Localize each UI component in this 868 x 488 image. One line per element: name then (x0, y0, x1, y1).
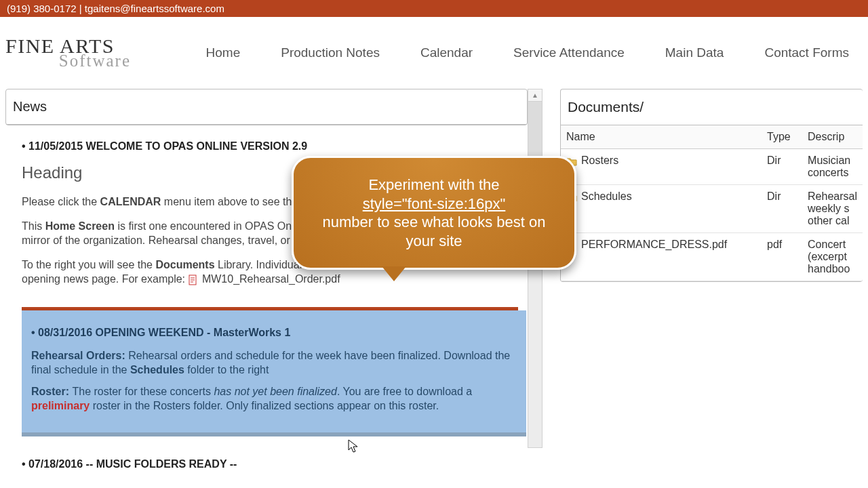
pdf-icon (188, 274, 199, 285)
instruction-tooltip: Experiment with the style="font-size:16p… (292, 156, 576, 270)
nav-production-notes[interactable]: Production Notes (281, 45, 380, 60)
col-description[interactable]: Descrip (802, 125, 863, 149)
nav-calendar[interactable]: Calendar (420, 45, 473, 60)
email-address[interactable]: tgaitens@fineartssoftware.com (85, 3, 224, 14)
nav-service-attendance[interactable]: Service Attendance (513, 45, 625, 60)
documents-column: Documents/ Name Type Descrip Rosters Dir… (560, 89, 863, 479)
documents-header: Documents/ (561, 89, 863, 125)
news-item-title: • 08/31/2016 OPENING WEEKEND - MasterWor… (31, 325, 517, 340)
site-header: FINE ARTS Software Home Production Notes… (0, 17, 868, 89)
col-type[interactable]: Type (762, 125, 802, 149)
table-row[interactable]: Schedules Dir Rehearsal weekly s other c… (561, 185, 863, 233)
pdf-link[interactable]: MW10_Rehearsal_Order.pdf (202, 273, 340, 285)
phone-number: (919) 380-0172 (7, 3, 77, 14)
highlighted-news-item: • 08/31/2016 OPENING WEEKEND - MasterWor… (22, 310, 526, 436)
main-nav: Home Production Notes Calendar Service A… (131, 45, 863, 60)
top-bar: (919) 380-0172 | tgaitens@fineartssoftwa… (0, 0, 868, 17)
news-item-title: • 07/18/2016 -- MUSIC FOLDERS READY -- (22, 457, 519, 472)
scroll-up-icon[interactable]: ▲ (528, 89, 542, 102)
news-header: News (6, 89, 527, 125)
news-panel: News (5, 89, 528, 125)
logo[interactable]: FINE ARTS Software (5, 29, 131, 77)
news-item-title: • 11/05/2015 WELCOME TO OPAS ONLINE VERS… (22, 139, 519, 154)
nav-home[interactable]: Home (206, 45, 241, 60)
table-row[interactable]: PERFORMANCE_DRESS.pdf pdf Concert (excer… (561, 233, 863, 281)
rehearsal-orders-p: Rehearsal Orders: Rehearsal orders and s… (31, 348, 517, 378)
col-name[interactable]: Name (561, 125, 762, 149)
roster-p: Roster: The roster for these concerts ha… (31, 384, 517, 413)
documents-table: Name Type Descrip Rosters Dir Musician c… (561, 125, 863, 281)
cursor-icon (348, 439, 359, 454)
nav-main-data[interactable]: Main Data (665, 45, 724, 60)
news-column: News • 11/05/2015 WELCOME TO OPAS ONLINE… (5, 89, 528, 479)
nav-contact-forms[interactable]: Contact Forms (764, 45, 849, 60)
documents-panel: Documents/ Name Type Descrip Rosters Dir… (560, 89, 863, 282)
table-row[interactable]: Rosters Dir Musician concerts (561, 149, 863, 185)
